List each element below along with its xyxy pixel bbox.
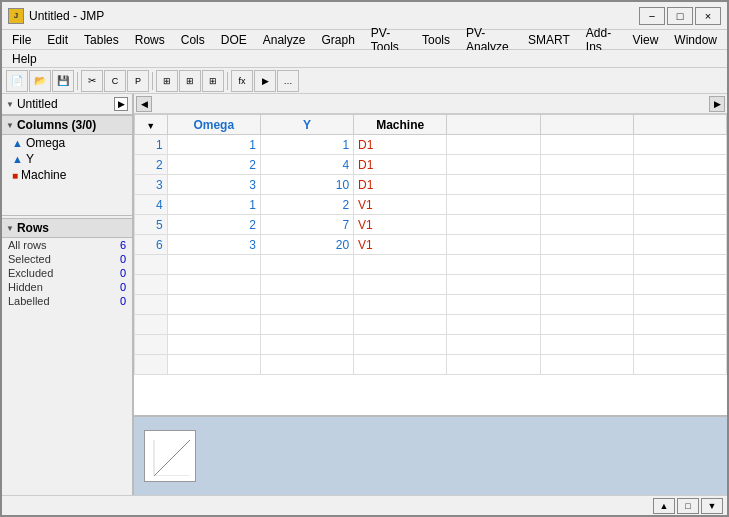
th-y[interactable]: Y	[260, 115, 353, 135]
toolbar-copy[interactable]: C	[104, 70, 126, 92]
toolbar-open[interactable]: 📂	[29, 70, 51, 92]
th-machine[interactable]: Machine	[354, 115, 447, 135]
toolbar-grid2[interactable]: ⊞	[179, 70, 201, 92]
menu-file[interactable]: File	[4, 31, 39, 49]
th-empty2	[540, 115, 633, 135]
rows-stat-allrows: All rows 6	[2, 238, 132, 252]
toolbar-cut[interactable]: ✂	[81, 70, 103, 92]
rows-section: ▼ Rows All rows 6 Selected 0 Excluded 0 …	[2, 216, 132, 310]
row-number: 2	[135, 155, 168, 175]
cell-omega[interactable]: 2	[167, 215, 260, 235]
menu-smart[interactable]: SMART	[520, 31, 578, 49]
omega-label: Omega	[26, 136, 65, 150]
th-filter[interactable]: ▼	[135, 115, 168, 135]
table-row[interactable]: 1 1 1 D1	[135, 135, 727, 155]
toolbar-formula[interactable]: fx	[231, 70, 253, 92]
allrows-label: All rows	[8, 239, 47, 251]
cell-empty1	[447, 235, 540, 255]
table-row[interactable]: 4 1 2 V1	[135, 195, 727, 215]
untitled-arrow: ▼	[6, 100, 14, 109]
cell-empty1	[447, 175, 540, 195]
toolbar-grid1[interactable]: ⊞	[156, 70, 178, 92]
menu-tools[interactable]: Tools	[414, 31, 458, 49]
column-item-y[interactable]: ▲ Y	[2, 151, 132, 167]
table-row-empty	[135, 355, 727, 375]
menu-bar: File Edit Tables Rows Cols DOE Analyze G…	[2, 30, 727, 50]
cell-machine[interactable]: V1	[354, 235, 447, 255]
menu-window[interactable]: Window	[666, 31, 725, 49]
columns-section-header: ▼ Columns (3/0)	[2, 115, 132, 135]
table-row[interactable]: 6 3 20 V1	[135, 235, 727, 255]
cell-omega[interactable]: 3	[167, 235, 260, 255]
selected-label: Selected	[8, 253, 51, 265]
menu-tables[interactable]: Tables	[76, 31, 127, 49]
cell-y[interactable]: 2	[260, 195, 353, 215]
menu-edit[interactable]: Edit	[39, 31, 76, 49]
toolbar-sep3	[227, 72, 228, 90]
cell-y[interactable]: 1	[260, 135, 353, 155]
cell-machine[interactable]: D1	[354, 155, 447, 175]
menu-doe[interactable]: DOE	[213, 31, 255, 49]
thumbnail-preview[interactable]	[144, 430, 196, 482]
menu-cols[interactable]: Cols	[173, 31, 213, 49]
toolbar-extra[interactable]: …	[277, 70, 299, 92]
columns-section: ▼ Columns (3/0) ▲ Omega ▲ Y ■ Machine	[2, 115, 132, 216]
menu-graph[interactable]: Graph	[313, 31, 362, 49]
menu-analyze[interactable]: Analyze	[255, 31, 314, 49]
table-row[interactable]: 2 2 4 D1	[135, 155, 727, 175]
toolbar-save[interactable]: 💾	[52, 70, 74, 92]
cell-y[interactable]: 20	[260, 235, 353, 255]
menu-view[interactable]: View	[625, 31, 667, 49]
cell-machine[interactable]: D1	[354, 135, 447, 155]
th-empty1	[447, 115, 540, 135]
toolbar-sep1	[77, 72, 78, 90]
scroll-left-btn[interactable]: ◀	[136, 96, 152, 112]
table-row[interactable]: 5 2 7 V1	[135, 215, 727, 235]
cell-empty2	[540, 215, 633, 235]
cell-empty3	[633, 235, 726, 255]
rows-stat-labelled: Labelled 0	[2, 294, 132, 308]
cell-empty1	[447, 215, 540, 235]
toolbar-grid3[interactable]: ⊞	[202, 70, 224, 92]
cell-y[interactable]: 4	[260, 155, 353, 175]
cell-machine[interactable]: V1	[354, 215, 447, 235]
maximize-button[interactable]: □	[667, 7, 693, 25]
left-panel: ▼ Untitled ▶ ▼ Columns (3/0) ▲ Omega ▲ Y	[2, 94, 134, 495]
window-title: Untitled - JMP	[29, 9, 639, 23]
status-box-btn[interactable]: □	[677, 498, 699, 514]
minimize-button[interactable]: −	[639, 7, 665, 25]
th-omega[interactable]: Omega	[167, 115, 260, 135]
machine-label: Machine	[21, 168, 66, 182]
thumbnail-chart	[150, 436, 190, 476]
status-up-btn[interactable]: ▲	[653, 498, 675, 514]
status-down-btn[interactable]: ▼	[701, 498, 723, 514]
menu-help[interactable]: Help	[4, 50, 45, 68]
cell-y[interactable]: 10	[260, 175, 353, 195]
toolbar-sep2	[152, 72, 153, 90]
toolbar-run[interactable]: ▶	[254, 70, 276, 92]
cell-machine[interactable]: V1	[354, 195, 447, 215]
data-grid: ▼ Omega Y Machine 1 1 1 D1	[134, 114, 727, 415]
cell-omega[interactable]: 3	[167, 175, 260, 195]
untitled-expand-btn[interactable]: ▶	[114, 97, 128, 111]
cell-omega[interactable]: 1	[167, 135, 260, 155]
row-number: 3	[135, 175, 168, 195]
columns-arrow: ▼	[6, 121, 14, 130]
menu-rows[interactable]: Rows	[127, 31, 173, 49]
cell-machine[interactable]: D1	[354, 175, 447, 195]
cell-empty3	[633, 215, 726, 235]
cell-y[interactable]: 7	[260, 215, 353, 235]
cell-empty2	[540, 135, 633, 155]
column-item-omega[interactable]: ▲ Omega	[2, 135, 132, 151]
cell-omega[interactable]: 2	[167, 155, 260, 175]
table-row[interactable]: 3 3 10 D1	[135, 175, 727, 195]
cell-empty1	[447, 195, 540, 215]
cell-empty2	[540, 175, 633, 195]
toolbar-paste[interactable]: P	[127, 70, 149, 92]
scroll-right-btn[interactable]: ▶	[709, 96, 725, 112]
machine-icon: ■	[12, 170, 18, 181]
column-item-machine[interactable]: ■ Machine	[2, 167, 132, 183]
close-button[interactable]: ×	[695, 7, 721, 25]
toolbar-new[interactable]: 📄	[6, 70, 28, 92]
cell-omega[interactable]: 1	[167, 195, 260, 215]
